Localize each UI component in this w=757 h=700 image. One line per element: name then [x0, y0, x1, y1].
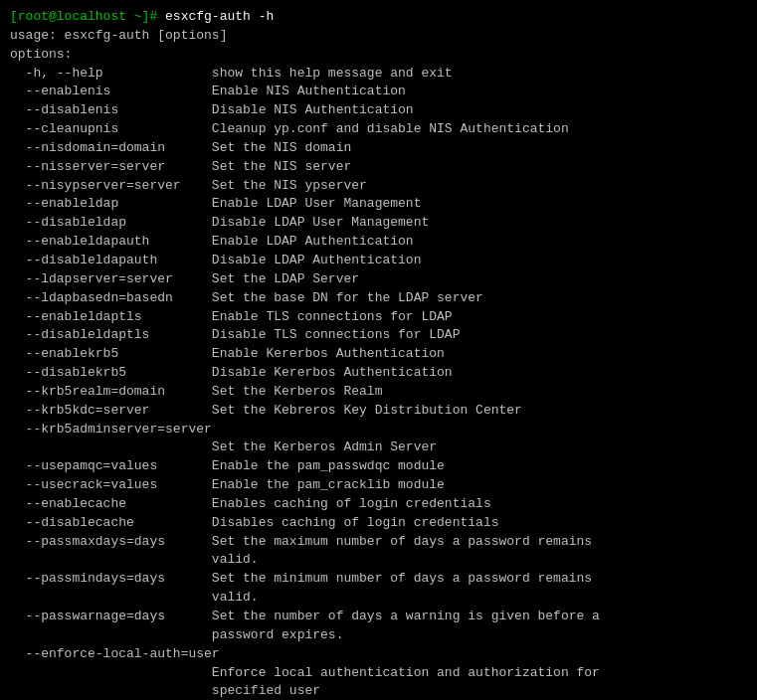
terminal-line: --krb5kdc=server Set the Kebreros Key Di… [10, 402, 747, 421]
terminal-line: --disableldapauth Disable LDAP Authentic… [10, 252, 747, 270]
terminal-content: [root@localhost ~]# esxcfg-auth -husage:… [10, 8, 747, 700]
terminal-line: --usecrack=values Enable the pam_crackli… [10, 476, 747, 495]
terminal-line: --ldapserver=server Set the LDAP Server [10, 270, 747, 289]
terminal-line: --nisdomain=domain Set the NIS domain [10, 139, 747, 158]
terminal-line: options: [10, 46, 747, 65]
terminal-line: -h, --help show this help message and ex… [10, 65, 747, 84]
terminal-line: --disablekrb5 Disable Kererbos Authentic… [10, 364, 747, 383]
terminal-line: --passmaxdays=days Set the maximum numbe… [10, 533, 747, 552]
terminal-line: usage: esxcfg-auth [options] [10, 27, 747, 46]
terminal-line: Enforce local authentication and authori… [10, 664, 747, 683]
terminal-line: --disablenis Disable NIS Authentication [10, 101, 747, 120]
terminal-window: [root@localhost ~]# esxcfg-auth -husage:… [10, 8, 747, 700]
terminal-line: --ldapbasedn=basedn Set the base DN for … [10, 289, 747, 308]
terminal-line: --enablekrb5 Enable Kererbos Authenticat… [10, 345, 747, 364]
terminal-line: password expires. [10, 626, 747, 645]
terminal-line: --disableldaptls Disable TLS connections… [10, 326, 747, 345]
terminal-line: valid. [10, 589, 747, 608]
terminal-line: specified user [10, 682, 747, 700]
terminal-line: --disableldap Disable LDAP User Manageme… [10, 214, 747, 233]
terminal-line: valid. [10, 551, 747, 570]
terminal-line: --enablenis Enable NIS Authentication [10, 83, 747, 101]
terminal-line: --krb5realm=domain Set the Kerberos Real… [10, 383, 747, 402]
terminal-line: [root@localhost ~]# esxcfg-auth -h [10, 8, 747, 27]
terminal-line: --enableldaptls Enable TLS connections f… [10, 308, 747, 327]
terminal-line: --enableldapauth Enable LDAP Authenticat… [10, 233, 747, 252]
terminal-line: --nisypserver=server Set the NIS ypserve… [10, 177, 747, 196]
terminal-line: --usepamqc=values Enable the pam_passwdq… [10, 457, 747, 476]
terminal-line: --passwarnage=days Set the number of day… [10, 608, 747, 626]
terminal-line: --enablecache Enables caching of login c… [10, 495, 747, 514]
terminal-line: --enforce-local-auth=user [10, 645, 747, 664]
terminal-line: --passmindays=days Set the minimum numbe… [10, 570, 747, 589]
terminal-line: --enableldap Enable LDAP User Management [10, 195, 747, 214]
terminal-line: Set the Kerberos Admin Server [10, 438, 747, 457]
terminal-line: --cleanupnis Cleanup yp.conf and disable… [10, 120, 747, 139]
terminal-line: --krb5adminserver=server [10, 421, 747, 439]
terminal-line: --disablecache Disables caching of login… [10, 514, 747, 533]
terminal-line: --nisserver=server Set the NIS server [10, 158, 747, 177]
